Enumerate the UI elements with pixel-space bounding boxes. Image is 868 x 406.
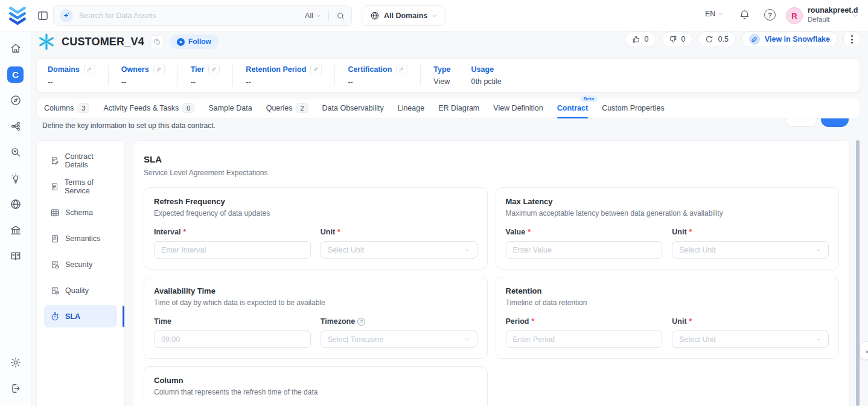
columns-count-badge: 3 — [77, 103, 89, 113]
quality-icon — [50, 286, 60, 295]
chevron-down-icon — [464, 337, 470, 343]
sidebar-item-governance[interactable] — [5, 219, 27, 241]
contract-nav-sla[interactable]: SLA — [44, 305, 117, 327]
resize-handle[interactable] — [860, 341, 868, 359]
vertical-scrollbar[interactable] — [856, 140, 860, 406]
user-name: rounakpreet.d — [808, 6, 858, 14]
language-dropdown[interactable]: EN — [705, 10, 723, 18]
view-in-snowflake-button[interactable]: View in Snowflake — [741, 31, 838, 47]
follow-button[interactable]: Follow — [170, 34, 219, 49]
tab-columns[interactable]: Columns 3 — [44, 98, 89, 118]
tab-queries[interactable]: Queries 2 — [266, 98, 308, 118]
view-in-snowflake-label: View in Snowflake — [765, 35, 830, 44]
all-domains-filter[interactable]: All Domains — [362, 5, 445, 26]
thumbs-up-icon — [632, 35, 640, 44]
metadata-bar: Domains -- Owners -- Tier -- — [36, 58, 860, 92]
app-window: All All Domains EN ? R rounakpreet — [0, 0, 868, 406]
contract-nav-security[interactable]: Security — [44, 253, 117, 276]
domains-value: -- — [48, 78, 95, 86]
sidebar-item-domains[interactable] — [5, 193, 27, 215]
search-icon[interactable] — [336, 11, 345, 21]
notifications-bell-icon[interactable] — [739, 9, 752, 22]
contract-details-icon — [50, 156, 60, 166]
sidebar-item-lineage[interactable] — [5, 115, 27, 137]
link-icon — [749, 34, 760, 45]
settings-gear-icon[interactable] — [5, 352, 27, 373]
tab-er-diagram[interactable]: ER Diagram — [438, 98, 479, 118]
sidebar-toggle-icon[interactable] — [37, 10, 49, 22]
certification-label: Certification — [348, 65, 392, 74]
search-scope-dropdown[interactable]: All — [305, 11, 321, 20]
sidebar-item-observability[interactable] — [5, 141, 27, 163]
downvote-button[interactable]: 0 — [662, 31, 693, 47]
contract-nav-terms-of-service[interactable]: Terms of Service — [44, 175, 117, 198]
max-latency-desc: Maximum acceptable latency between data … — [506, 209, 829, 218]
queries-count-badge: 2 — [296, 103, 308, 113]
entity-header: CUSTOMER_V4 Follow 0 0 — [36, 31, 863, 56]
tab-sample-data[interactable]: Sample Data — [208, 98, 252, 118]
search-input[interactable] — [79, 11, 305, 20]
sidebar-item-glossary[interactable] — [5, 245, 27, 267]
interval-input[interactable] — [154, 241, 311, 259]
semantics-icon — [50, 234, 60, 243]
sidebar-item-app-c[interactable]: C — [5, 63, 27, 85]
contract-nav-schema[interactable]: Schema — [44, 201, 117, 224]
retention-period-label: Retention Period — [246, 65, 306, 74]
timezone-select[interactable]: Select Timezone — [321, 330, 477, 348]
certification-value: -- — [348, 78, 407, 86]
retention-unit-select[interactable]: Select Unit — [672, 330, 829, 348]
tab-custom-properties[interactable]: Custom Properties — [602, 98, 665, 118]
column-title: Column — [154, 376, 477, 385]
app-logo-icon[interactable] — [8, 5, 27, 26]
time-input[interactable] — [154, 330, 311, 348]
edit-owners-pencil-icon[interactable] — [153, 65, 165, 74]
search-divider — [328, 10, 329, 21]
ai-sparkle-icon[interactable] — [60, 9, 73, 22]
edit-domains-pencil-icon[interactable] — [84, 65, 95, 74]
tab-activity-feeds[interactable]: Activity Feeds & Tasks 0 — [103, 98, 194, 118]
availability-time-card: Availability Time Time of day by which d… — [144, 277, 488, 359]
period-field: Period* — [506, 317, 663, 348]
avatar[interactable]: R — [786, 7, 803, 24]
help-icon[interactable]: ? — [764, 9, 777, 22]
tab-data-observability[interactable]: Data Observability — [322, 98, 384, 118]
contract-nav-contract-details[interactable]: Contract Details — [44, 149, 117, 172]
security-icon — [50, 260, 60, 269]
user-menu-chevron-icon[interactable] — [852, 13, 858, 19]
snowflake-icon — [37, 33, 56, 51]
more-options-kebab-icon[interactable] — [843, 31, 860, 47]
period-input[interactable] — [506, 330, 663, 348]
contract-description: Define the key information to set up thi… — [42, 121, 215, 130]
type-value: View — [433, 77, 450, 86]
version-button[interactable]: 0.5 — [698, 31, 735, 47]
tab-lineage[interactable]: Lineage — [398, 98, 425, 118]
user-menu[interactable]: rounakpreet.d Default — [808, 6, 858, 23]
latency-value-field: Value* — [506, 228, 663, 259]
copy-icon[interactable] — [150, 35, 164, 48]
sidebar-item-explore[interactable] — [5, 89, 27, 111]
tab-contract[interactable]: Contract Beta — [557, 98, 588, 118]
tab-view-definition[interactable]: View Definition — [493, 98, 543, 118]
latency-unit-select[interactable]: Select Unit — [672, 241, 829, 259]
logout-icon[interactable] — [5, 378, 27, 399]
edit-certification-pencil-icon[interactable] — [396, 65, 407, 74]
upvote-button[interactable]: 0 — [625, 31, 656, 47]
sidebar-item-insights[interactable] — [5, 167, 27, 189]
tier-label: Tier — [191, 65, 205, 74]
divider — [232, 65, 233, 86]
refresh-unit-field: Unit* Select Unit — [321, 228, 477, 259]
sidebar-item-home[interactable] — [5, 37, 27, 59]
contract-nav-semantics[interactable]: Semantics — [44, 227, 117, 250]
availability-time-desc: Time of day by which data is expected to… — [154, 298, 477, 307]
latency-value-input[interactable] — [506, 241, 663, 259]
availability-time-title: Availability Time — [154, 286, 477, 295]
tier-value: -- — [191, 78, 220, 86]
refresh-unit-select[interactable]: Select Unit — [321, 241, 477, 259]
interval-field: Interval* — [154, 228, 311, 259]
sla-section-subtitle: Service Level Agreement Expectations — [144, 169, 839, 177]
edit-retention-pencil-icon[interactable] — [310, 65, 322, 74]
contract-nav-quality[interactable]: Quality — [44, 279, 117, 301]
edit-tier-pencil-icon[interactable] — [208, 65, 220, 74]
avatar-initial: R — [791, 11, 797, 21]
timezone-help-icon[interactable]: ? — [357, 318, 365, 326]
